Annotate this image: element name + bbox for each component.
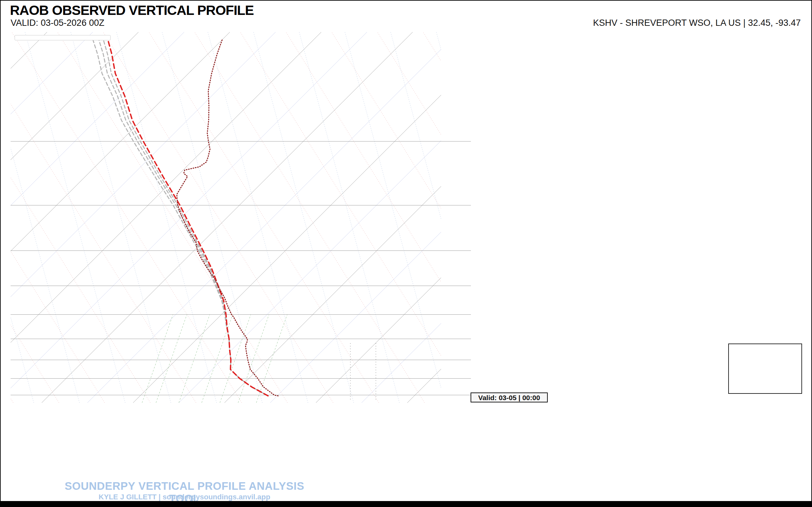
branding-credit: KYLE J GILLETT | sounderpysoundings.anvi…: [50, 493, 318, 501]
moist-adiabat-line: [208, 32, 308, 403]
mixing-ratio-line: [256, 315, 287, 403]
mixing-ratio-line: [179, 315, 210, 403]
isotherm-line: [1, 32, 47, 403]
isotherm-line: [1, 32, 184, 403]
skewt-legend: [14, 35, 111, 40]
dry-adiabat-line: [1, 32, 13, 403]
isotherm-line: [224, 32, 596, 403]
moist-adiabat-line: [254, 32, 354, 403]
bottom-bar: [1, 501, 812, 507]
dry-adiabat-line: [286, 32, 516, 403]
dry-adiabat-line: [103, 32, 333, 403]
isotherm-line: [1, 32, 139, 403]
radar-valid-badge: Valid: 03-05 | 00:00: [470, 393, 548, 402]
dry-adiabat-line: [469, 32, 699, 403]
dry-adiabat-line: [515, 32, 745, 403]
isotherm-line: [42, 32, 413, 403]
mixing-ratio-line: [156, 315, 187, 403]
moist-adiabat-line: [1, 32, 80, 403]
dry-adiabat-line: [1, 32, 59, 403]
dry-adiabat-line: [332, 32, 562, 403]
moist-adiabat-line: [345, 32, 445, 403]
moist-adiabat-line: [437, 32, 537, 403]
isotherm-line: [407, 32, 778, 403]
isotherm-line: [1, 32, 1, 403]
isotherm-line: [1, 32, 321, 403]
muecape-parcel-curve: [108, 40, 268, 396]
figure-canvas: [1, 1, 812, 507]
dry-adiabat-line: [241, 32, 470, 403]
moist-adiabat-line: [528, 32, 628, 403]
srh-bwd-info-box: [728, 343, 802, 394]
moist-adiabat-line: [162, 32, 262, 403]
dry-adiabat-line: [1, 32, 196, 403]
isotherm-line: [1, 32, 93, 403]
skewt-curves: [93, 40, 278, 396]
dry-adiabat-line: [1, 32, 105, 403]
moist-adiabat-line: [116, 32, 216, 403]
isotherm-line: [133, 32, 504, 403]
moist-adiabat-line: [482, 32, 582, 403]
isotherm-line: [179, 32, 550, 403]
dry-adiabat-line: [377, 32, 607, 403]
mixing-ratio-line: [220, 315, 251, 403]
moist-adiabat-line: [25, 32, 125, 403]
dry-adiabat-line: [423, 32, 653, 403]
dry-adiabat-line: [1, 32, 150, 403]
isotherm-line: [1, 32, 230, 403]
skewt-gridlines: [1, 32, 790, 403]
isotherm-line: [1, 32, 367, 403]
virtual-temp-curve: [177, 40, 278, 396]
moist-adiabat-line: [391, 32, 491, 403]
isotherm-line: [88, 32, 458, 403]
moist-adiabat-line: [1, 32, 34, 403]
mucape-parcel-curve: [93, 40, 268, 396]
mixing-ratio-line: [142, 315, 173, 403]
raob-profile-figure: RAOB OBSERVED VERTICAL PROFILE VALID: 03…: [0, 0, 812, 507]
dry-adiabat-line: [12, 32, 242, 403]
dry-adiabat-line: [149, 32, 379, 403]
moist-adiabat-line: [299, 32, 399, 403]
isotherm-line: [270, 32, 641, 403]
dry-adiabat-line: [58, 32, 288, 403]
isotherm-line: [362, 32, 732, 403]
isotherm-line: [316, 32, 687, 403]
mixing-ratio-line: [202, 315, 233, 403]
